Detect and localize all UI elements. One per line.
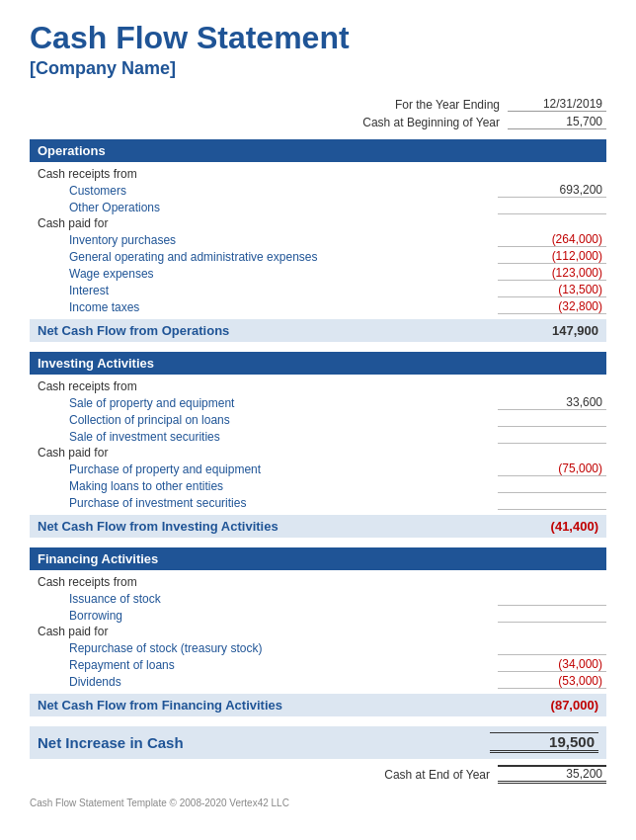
ops-net-value: 147,900 (490, 323, 598, 338)
fin-issuance-row: Issuance of stock (30, 590, 606, 607)
fin-issuance-label: Issuance of stock (30, 592, 498, 606)
net-increase-label: Net Increase in Cash (38, 734, 184, 751)
inv-sale-prop-value: 33,600 (498, 395, 606, 410)
inv-sale-sec-row: Sale of investment securities (30, 428, 606, 445)
operations-other-ops-row: Other Operations (30, 199, 606, 215)
ops-interest-value: (13,500) (498, 283, 606, 297)
inv-collection-value (498, 412, 606, 427)
year-ending-row: For the Year Ending 12/31/2019 (30, 97, 606, 112)
ops-taxes-value: (32,800) (498, 299, 606, 314)
ops-taxes-label: Income taxes (30, 300, 498, 314)
company-name: [Company Name] (30, 58, 606, 79)
inv-loans-row: Making loans to other entities (30, 477, 606, 494)
cash-beginning-row: Cash at Beginning of Year 15,700 (30, 115, 606, 129)
cash-beginning-label: Cash at Beginning of Year (362, 116, 500, 129)
net-increase-row: Net Increase in Cash 19,500 (30, 726, 606, 759)
investing-paid-label: Cash paid for (30, 445, 606, 461)
fin-borrowing-value (498, 608, 606, 623)
inv-purchase-sec-label: Purchase of investment securities (30, 496, 498, 510)
ops-interest-row: Interest (13,500) (30, 282, 606, 298)
investing-receipts-label: Cash receipts from (30, 378, 606, 394)
fin-dividends-value: (53,000) (498, 674, 606, 689)
year-ending-value: 12/31/2019 (508, 97, 606, 112)
ops-wage-row: Wage expenses (123,000) (30, 265, 606, 282)
operations-receipts-label: Cash receipts from (30, 166, 606, 182)
inv-purchase-sec-value (498, 495, 606, 510)
financing-header: Financing Activities (30, 547, 606, 570)
ops-inventory-row: Inventory purchases (264,000) (30, 231, 606, 248)
cash-end-value: 35,200 (498, 765, 606, 784)
operations-other-ops-label: Other Operations (30, 201, 498, 214)
inv-collection-row: Collection of principal on loans (30, 411, 606, 428)
page-title: Cash Flow Statement (30, 20, 606, 56)
investing-header: Investing Activities (30, 352, 606, 375)
fin-repayment-label: Repayment of loans (30, 658, 498, 672)
ops-net-row: Net Cash Flow from Operations 147,900 (30, 319, 606, 342)
fin-net-value: (87,000) (490, 698, 598, 713)
inv-purchase-prop-label: Purchase of property and equipment (30, 462, 498, 476)
fin-dividends-row: Dividends (53,000) (30, 673, 606, 690)
operations-customers-row: Customers 693,200 (30, 182, 606, 199)
inv-collection-label: Collection of principal on loans (30, 413, 498, 427)
operations-header: Operations (30, 139, 606, 162)
operations-customers-label: Customers (30, 184, 498, 198)
ops-interest-label: Interest (30, 284, 498, 297)
ops-general-label: General operating and administrative exp… (30, 250, 498, 264)
fin-net-label: Net Cash Flow from Financing Activities (38, 698, 282, 713)
operations-customers-value: 693,200 (498, 183, 606, 198)
ops-inventory-label: Inventory purchases (30, 233, 498, 247)
inv-sale-sec-value (498, 429, 606, 444)
operations-other-ops-value (498, 200, 606, 214)
inv-net-value: (41,400) (490, 519, 598, 534)
inv-purchase-prop-row: Purchase of property and equipment (75,0… (30, 461, 606, 477)
net-increase-value: 19,500 (490, 732, 598, 753)
cash-end-label: Cash at End of Year (384, 768, 490, 782)
copyright: Cash Flow Statement Template © 2008-2020… (30, 798, 606, 808)
financing-receipts-label: Cash receipts from (30, 574, 606, 590)
fin-repurchase-value (498, 640, 606, 655)
fin-borrowing-label: Borrowing (30, 609, 498, 623)
inv-net-label: Net Cash Flow from Investing Activities (38, 519, 278, 534)
ops-inventory-value: (264,000) (498, 232, 606, 247)
fin-issuance-value (498, 591, 606, 606)
fin-repurchase-label: Repurchase of stock (treasury stock) (30, 641, 498, 655)
fin-borrowing-row: Borrowing (30, 607, 606, 624)
ops-wage-value: (123,000) (498, 266, 606, 281)
inv-loans-label: Making loans to other entities (30, 479, 498, 493)
ops-wage-label: Wage expenses (30, 267, 498, 281)
year-ending-label: For the Year Ending (395, 98, 500, 112)
cash-beginning-value: 15,700 (508, 115, 606, 129)
operations-paid-label: Cash paid for (30, 215, 606, 231)
inv-sale-sec-label: Sale of investment securities (30, 430, 498, 444)
inv-purchase-sec-row: Purchase of investment securities (30, 494, 606, 511)
ops-taxes-row: Income taxes (32,800) (30, 298, 606, 315)
fin-net-row: Net Cash Flow from Financing Activities … (30, 694, 606, 716)
ops-general-row: General operating and administrative exp… (30, 248, 606, 265)
inv-sale-prop-label: Sale of property and equipment (30, 396, 498, 410)
inv-loans-value (498, 478, 606, 493)
ops-net-label: Net Cash Flow from Operations (38, 323, 229, 338)
cash-end-row: Cash at End of Year 35,200 (30, 765, 606, 784)
fin-repayment-value: (34,000) (498, 657, 606, 672)
inv-net-row: Net Cash Flow from Investing Activities … (30, 515, 606, 538)
fin-dividends-label: Dividends (30, 675, 498, 689)
ops-general-value: (112,000) (498, 249, 606, 264)
financing-paid-label: Cash paid for (30, 624, 606, 639)
fin-repurchase-row: Repurchase of stock (treasury stock) (30, 639, 606, 656)
inv-sale-prop-row: Sale of property and equipment 33,600 (30, 394, 606, 411)
fin-repayment-row: Repayment of loans (34,000) (30, 656, 606, 673)
inv-purchase-prop-value: (75,000) (498, 462, 606, 476)
